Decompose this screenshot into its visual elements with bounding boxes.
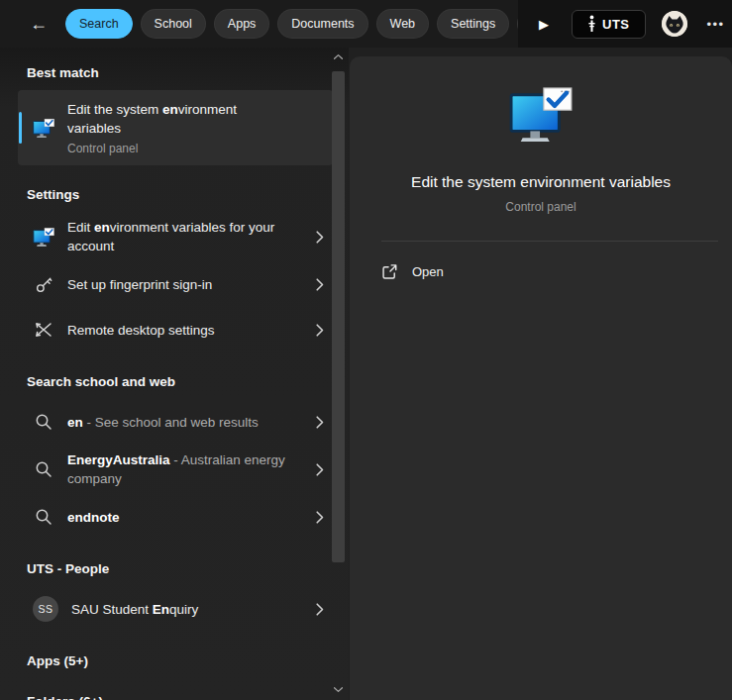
scrollbar-thumb[interactable] (332, 71, 345, 562)
result-title: en - See school and web results (67, 407, 303, 438)
tab-web[interactable]: Web (376, 9, 429, 39)
best-match-result[interactable]: Edit the system environment variables Co… (18, 90, 333, 165)
system-properties-icon (33, 228, 54, 247)
preview-pane: Edit the system environment variables Co… (350, 56, 732, 700)
uts-logo-icon (587, 15, 596, 33)
tab-school[interactable]: School (141, 9, 206, 39)
open-label: Open (412, 264, 444, 279)
best-match-text: Edit the system environment variables Co… (67, 100, 270, 155)
selection-accent-bar (19, 112, 22, 144)
chevron-right-icon (316, 511, 324, 524)
chevron-right-icon (316, 231, 324, 244)
result-title: Set up fingerprint sign-in (67, 269, 303, 300)
system-properties-icon-large (509, 87, 573, 147)
web-suggestion-endnote[interactable]: endnote (18, 494, 333, 540)
results-panel: Best match Edit the system environment v… (0, 48, 349, 700)
result-remote-desktop[interactable]: Remote desktop settings (18, 307, 333, 352)
section-header-apps[interactable]: Apps (5+) (27, 653, 333, 668)
key-icon (33, 275, 54, 294)
system-properties-icon (33, 118, 54, 139)
result-title: Edit environment variables for your acco… (67, 212, 303, 261)
chevron-right-icon (316, 278, 324, 291)
section-header-people: UTS - People (27, 561, 333, 576)
scroll-down-button[interactable] (332, 686, 345, 696)
web-suggestion-energyaustralia[interactable]: EnergyAustralia - Australian energy comp… (18, 445, 333, 494)
result-title: endnote (67, 502, 303, 533)
topbar: ← Search School Apps Documents Web Setti… (0, 0, 732, 48)
tab-apps[interactable]: Apps (214, 9, 270, 39)
chevron-right-icon (316, 324, 324, 337)
chevron-right-icon (316, 463, 324, 476)
search-icon (33, 508, 54, 526)
scroll-up-button[interactable] (332, 53, 345, 63)
search-icon (33, 413, 54, 431)
remote-desktop-icon (33, 322, 54, 338)
tab-search[interactable]: Search (65, 9, 133, 39)
more-options-icon: ••• (707, 17, 725, 32)
chevron-right-icon (316, 416, 324, 429)
open-action[interactable]: Open (371, 257, 454, 286)
uts-organization-badge[interactable]: UTS (572, 10, 646, 39)
more-options-button[interactable]: ••• (703, 17, 729, 32)
tab-strip: Search School Apps Documents Web Setting… (65, 9, 518, 40)
tab-settings[interactable]: Settings (437, 9, 509, 39)
preview-subtitle: Control panel (505, 200, 575, 214)
section-header-folders[interactable]: Folders (6+) (27, 694, 333, 700)
people-result-sau[interactable]: SS SAU Student Enquiry (18, 586, 333, 632)
result-title: EnergyAustralia - Australian energy comp… (67, 445, 303, 494)
tabs-overflow-button[interactable]: ▶ (532, 12, 556, 36)
search-icon (33, 460, 54, 478)
play-icon: ▶ (539, 17, 549, 32)
result-subtitle: Control panel (67, 142, 270, 155)
section-header-best-match: Best match (27, 65, 333, 80)
back-button[interactable]: ← (25, 11, 52, 37)
results-scrollbar (331, 50, 346, 700)
topbar-right-cluster: ▶ UTS (518, 0, 732, 48)
results-list: Best match Edit the system environment v… (0, 48, 349, 700)
result-title: Remote desktop settings (67, 315, 303, 346)
uts-badge-label: UTS (602, 17, 630, 32)
profile-avatar[interactable] (662, 11, 687, 37)
chevron-up-icon (333, 53, 344, 60)
result-fingerprint-signin[interactable]: Set up fingerprint sign-in (18, 261, 333, 307)
section-header-web: Search school and web (27, 374, 333, 389)
chevron-down-icon (333, 686, 344, 693)
back-icon: ← (30, 14, 48, 34)
chevron-right-icon (316, 603, 324, 616)
section-header-settings: Settings (27, 187, 333, 202)
result-title: SAU Student Enquiry (71, 594, 303, 625)
result-env-variables-account[interactable]: Edit environment variables for your acco… (18, 212, 333, 261)
cat-avatar-icon (662, 11, 687, 37)
result-title: Edit the system environment variables (67, 100, 270, 138)
divider (381, 241, 718, 242)
person-initials-avatar: SS (33, 596, 58, 622)
tab-documents[interactable]: Documents (277, 9, 367, 39)
preview-title: Edit the system environment variables (411, 173, 671, 191)
web-suggestion-en[interactable]: en - See school and web results (18, 399, 333, 445)
open-external-icon (381, 263, 398, 280)
